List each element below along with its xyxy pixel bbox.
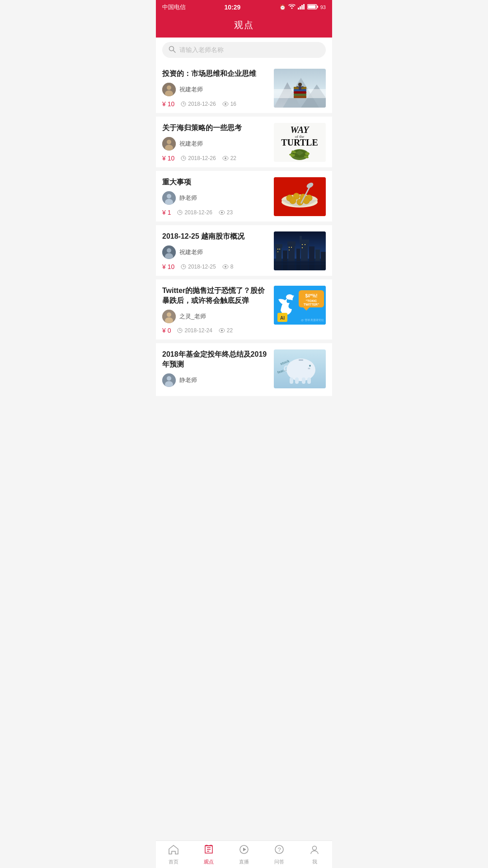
svg-text:@ 雪球·美股研究社: @ 雪球·美股研究社: [301, 318, 324, 321]
svg-rect-101: [302, 247, 303, 248]
svg-rect-0: [298, 8, 299, 9]
svg-rect-134: [290, 377, 293, 384]
article-item[interactable]: 重大事项 静老师 ¥ 1 2018-12-26: [156, 171, 332, 222]
svg-point-58: [221, 212, 223, 213]
article-views: 22: [227, 327, 233, 334]
article-title: 关于海归策略的一些思考: [162, 123, 268, 133]
svg-text:WAY: WAY: [291, 125, 310, 135]
time-text: 10:29: [224, 4, 240, 11]
date-meta: 2018-12-26: [177, 209, 212, 216]
svg-point-124: [167, 376, 171, 381]
svg-rect-29: [296, 86, 299, 87]
date-meta: 2018-12-24: [177, 327, 212, 334]
date-meta: 2018-12-26: [181, 155, 216, 161]
article-item[interactable]: Twitter的抛售过于恐慌了？股价暴跌后，或许将会触底反弹 之灵_老师 ¥ 0…: [156, 279, 332, 340]
svg-rect-94: [279, 249, 280, 250]
article-item[interactable]: 2018-12-25 越南股市概况 祝建老师 ¥ 10 2018-12-25: [156, 225, 332, 276]
svg-rect-2: [301, 5, 303, 9]
battery-text: [307, 4, 318, 11]
svg-rect-135: [295, 377, 299, 384]
svg-rect-100: [305, 244, 305, 245]
date-meta: 2018-12-25: [181, 264, 216, 270]
article-meta: ¥ 0 2018-12-24 22: [162, 327, 268, 334]
status-bar: 中国电信 10:29 ⏰ 93: [156, 0, 332, 14]
svg-rect-102: [274, 261, 326, 270]
article-price: ¥ 10: [162, 155, 174, 162]
article-author: 祝建老师: [162, 83, 268, 96]
svg-rect-23: [294, 94, 306, 96]
svg-point-52: [167, 194, 171, 198]
svg-rect-82: [275, 244, 282, 248]
avatar: [162, 373, 176, 387]
article-views: 22: [230, 155, 236, 161]
article-title: 2018年基金定投年终总结及2019年预测: [162, 349, 268, 370]
article-meta: ¥ 10 2018-12-26 22: [162, 155, 268, 162]
svg-rect-3: [303, 4, 305, 9]
svg-rect-96: [289, 247, 290, 248]
svg-rect-24: [294, 91, 306, 94]
status-icons: ⏰ 93: [279, 4, 326, 11]
article-price: ¥ 1: [162, 209, 171, 216]
article-title: 重大事项: [162, 177, 268, 187]
views-meta: 23: [219, 209, 233, 216]
svg-rect-136: [302, 377, 305, 384]
search-bar[interactable]: 请输入老师名称: [162, 42, 326, 58]
author-name: 之灵_老师: [179, 312, 206, 321]
article-item[interactable]: 2018年基金定投年终总结及2019年预测 静老师: [156, 343, 332, 396]
svg-text:AI: AI: [280, 316, 285, 321]
carrier-text: 中国电信: [162, 3, 186, 11]
svg-text:TURTLE: TURTLE: [281, 137, 318, 147]
svg-rect-95: [277, 251, 278, 252]
svg-rect-1: [300, 6, 301, 9]
article-thumbnail: $#*%! "TOXIC TWITTER" AI @ 雪球·美股研究社: [274, 286, 326, 325]
article-title: Twitter的抛售过于恐慌了？股价暴跌后，或许将会触底反弹: [162, 286, 268, 306]
article-price: ¥ 10: [162, 100, 174, 108]
svg-point-32: [167, 140, 171, 144]
views-meta: 22: [219, 327, 233, 334]
avatar: [162, 191, 176, 205]
svg-rect-99: [302, 244, 303, 245]
svg-point-72: [167, 248, 171, 253]
article-thumbnail: [274, 177, 326, 216]
svg-point-46: [305, 152, 310, 156]
article-views: 16: [230, 101, 236, 107]
article-date: 2018-12-25: [188, 264, 216, 270]
svg-point-27: [298, 83, 302, 86]
article-author: 之灵_老师: [162, 310, 268, 323]
svg-point-78: [225, 266, 226, 268]
svg-rect-93: [277, 249, 278, 250]
author-name: 祝建老师: [179, 248, 203, 256]
svg-rect-98: [289, 250, 290, 250]
article-thumbnail: [274, 231, 326, 270]
svg-point-66: [290, 198, 296, 204]
search-icon: [169, 46, 176, 54]
svg-line-8: [174, 51, 176, 53]
article-title: 2018-12-25 越南股市概况: [162, 231, 268, 241]
article-author: 祝建老师: [162, 245, 268, 259]
article-content: 投资的：市场思维和企业思维 祝建老师 ¥ 10 2018-12-26: [162, 69, 268, 108]
svg-point-112: [221, 330, 223, 331]
page-title: 观点: [234, 20, 254, 30]
article-views: 8: [230, 264, 234, 270]
author-name: 静老师: [179, 376, 197, 384]
svg-rect-22: [294, 96, 306, 98]
article-list: 投资的：市场思维和企业思维 祝建老师 ¥ 10 2018-12-26: [156, 62, 332, 396]
article-item[interactable]: 关于海归策略的一些思考 祝建老师 ¥ 10 2018-12-26: [156, 117, 332, 167]
avatar: [162, 137, 176, 151]
article-price: ¥ 0: [162, 327, 171, 334]
svg-point-38: [225, 157, 226, 159]
svg-rect-89: [300, 236, 302, 241]
author-name: 静老师: [179, 194, 197, 202]
views-meta: 16: [222, 101, 236, 107]
article-author: 静老师: [162, 191, 268, 205]
article-item[interactable]: 投资的：市场思维和企业思维 祝建老师 ¥ 10 2018-12-26: [156, 62, 332, 113]
avatar: [162, 245, 176, 259]
svg-rect-97: [291, 247, 292, 248]
svg-point-106: [167, 312, 171, 317]
svg-point-132: [308, 368, 309, 369]
article-date: 2018-12-24: [184, 327, 212, 334]
author-name: 祝建老师: [179, 140, 203, 148]
article-date: 2018-12-26: [188, 155, 216, 161]
search-placeholder: 请输入老师名称: [179, 46, 224, 54]
article-title: 投资的：市场思维和企业思维: [162, 69, 268, 79]
